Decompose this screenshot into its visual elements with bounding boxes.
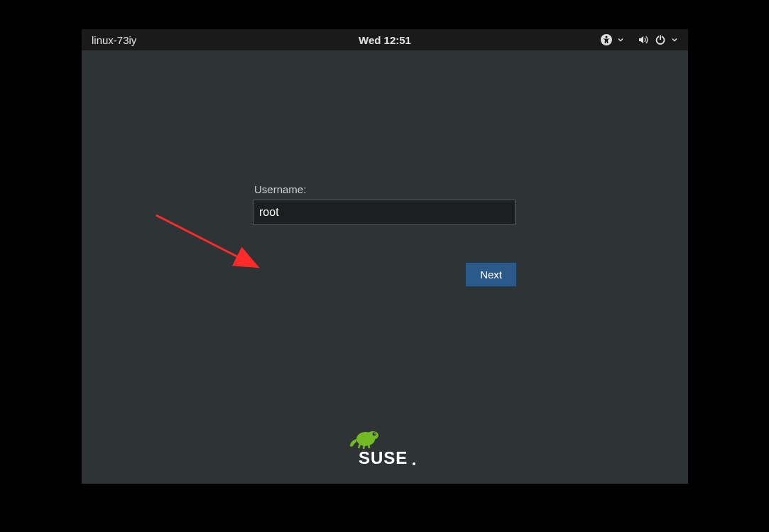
hostname-label: linux-73iy [92, 34, 136, 46]
username-input[interactable] [253, 200, 516, 225]
power-icon [654, 33, 667, 46]
username-label: Username: [253, 183, 517, 195]
status-area [600, 33, 678, 46]
top-panel: linux-73iy Wed 12:51 [82, 29, 688, 50]
svg-point-7 [367, 431, 378, 440]
clock[interactable]: Wed 12:51 [359, 34, 411, 46]
chevron-down-icon [617, 36, 624, 43]
accessibility-icon [600, 33, 613, 46]
suse-branding: SUSE [346, 427, 424, 468]
chameleon-icon: SUSE [346, 427, 424, 468]
svg-point-9 [374, 433, 376, 435]
svg-text:SUSE: SUSE [359, 448, 408, 467]
volume-icon [637, 33, 650, 46]
system-menu[interactable] [637, 33, 678, 46]
accessibility-menu[interactable] [600, 33, 624, 46]
svg-point-1 [605, 36, 607, 38]
login-form: Username: Next [253, 183, 517, 287]
next-button[interactable]: Next [465, 262, 517, 287]
desktop: linux-73iy Wed 12:51 [82, 29, 688, 484]
chevron-down-icon [671, 36, 678, 43]
svg-point-11 [413, 462, 415, 465]
